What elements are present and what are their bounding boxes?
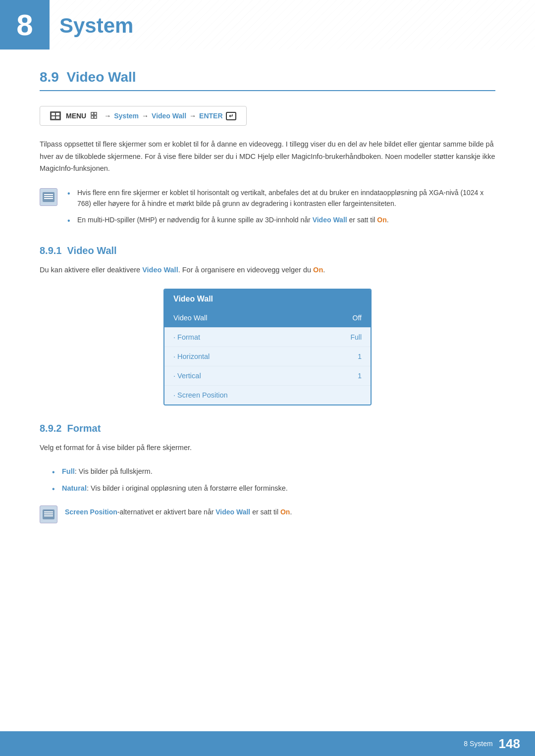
menu-item-horizontal[interactable]: · Horizontal 1 (164, 347, 371, 366)
menu-videowall: Video Wall (152, 112, 186, 120)
videowall-menu-header: Video Wall (164, 290, 371, 308)
menu-label: MENU (66, 112, 86, 120)
svg-rect-4 (52, 113, 55, 115)
note-icon-inner (43, 192, 54, 202)
svg-rect-11 (94, 116, 97, 118)
screen-note-icon-inner (43, 509, 54, 519)
note-content-1: Hvis flere enn fire skjermer er koblet t… (65, 187, 495, 230)
subsection-891-body: Du kan aktivere eller deaktivere Video W… (40, 264, 495, 276)
menu-item-screenposition-label: · Screen Position (173, 391, 228, 399)
subsection-892-bullets: Full: Vis bilder på fullskjerm. Natural:… (40, 466, 495, 495)
subsection-892-intro: Velg et format for å vise bilder på fler… (40, 442, 495, 454)
screen-note-box: Screen Position-alternativet er aktivert… (40, 504, 495, 523)
videowall-menu: Video Wall Video Wall Off · Format Full … (163, 289, 372, 405)
svg-rect-6 (52, 116, 55, 119)
svg-rect-5 (56, 113, 59, 115)
format-bullet-full: Full: Vis bilder på fullskjerm. (52, 466, 495, 478)
enter-icon: ↵ (226, 112, 236, 120)
svg-rect-9 (94, 112, 97, 115)
note-icon-1 (40, 188, 57, 206)
menu-item-videowall[interactable]: Video Wall Off (164, 308, 371, 328)
menu-icon (50, 111, 61, 120)
menu-item-videowall-value: Off (353, 314, 362, 322)
footer-page-number: 148 (499, 736, 520, 752)
chapter-title: System (59, 14, 133, 38)
subsection-891-heading: 8.9.1 Video Wall (40, 245, 495, 256)
chapter-header: 8 (0, 0, 50, 50)
section-intro-text: Tilpass oppsettet til flere skjermer som… (40, 138, 495, 175)
menu-item-format[interactable]: · Format Full (164, 328, 371, 347)
screen-note-icon (40, 505, 57, 523)
note-box-1: Hvis flere enn fire skjermer er koblet t… (40, 187, 495, 230)
menu-grid-icon (91, 112, 100, 120)
menu-item-horizontal-value: 1 (358, 353, 362, 360)
chapter-number: 8 (16, 8, 33, 42)
menu-item-videowall-label: Video Wall (173, 314, 208, 322)
main-content: 8.9 Video Wall MENU → System → Vide (0, 0, 535, 563)
svg-rect-7 (56, 116, 59, 119)
screen-note-text: Screen Position-alternativet er aktivert… (65, 504, 292, 517)
menu-enter: ENTER (199, 112, 222, 120)
svg-rect-8 (91, 112, 94, 115)
menu-item-screenposition[interactable]: · Screen Position (164, 386, 371, 404)
note-bullet-1: Hvis flere enn fire skjermer er koblet t… (67, 187, 495, 209)
footer-bar: 8 System 148 (0, 731, 535, 756)
menu-arrow2: → (142, 112, 149, 120)
note-bullet-2: En multi-HD-spiller (MHP) er nødvendig f… (67, 214, 495, 225)
section-89-heading: 8.9 Video Wall (40, 69, 495, 91)
svg-rect-3 (50, 111, 61, 120)
subsection-892-heading: 8.9.2 Format (40, 423, 495, 434)
menu-item-vertical-label: · Vertical (173, 372, 201, 380)
note-bullet-list: Hvis flere enn fire skjermer er koblet t… (65, 187, 495, 225)
svg-rect-10 (91, 116, 94, 118)
menu-path-box: MENU → System → Video Wall → ENTER ↵ (40, 106, 247, 126)
menu-item-format-label: · Format (173, 333, 200, 341)
menu-system: System (114, 112, 139, 120)
footer-section-label: 8 System (464, 740, 492, 748)
menu-arrow1: → (104, 112, 111, 120)
menu-item-vertical-value: 1 (358, 372, 362, 380)
menu-item-vertical[interactable]: · Vertical 1 (164, 366, 371, 386)
format-bullet-natural: Natural: Vis bilder i original oppløsnin… (52, 483, 495, 495)
menu-item-horizontal-label: · Horizontal (173, 353, 210, 360)
menu-item-format-value: Full (350, 333, 362, 341)
videowall-menu-container: Video Wall Video Wall Off · Format Full … (40, 289, 495, 405)
menu-arrow3: → (189, 112, 196, 120)
